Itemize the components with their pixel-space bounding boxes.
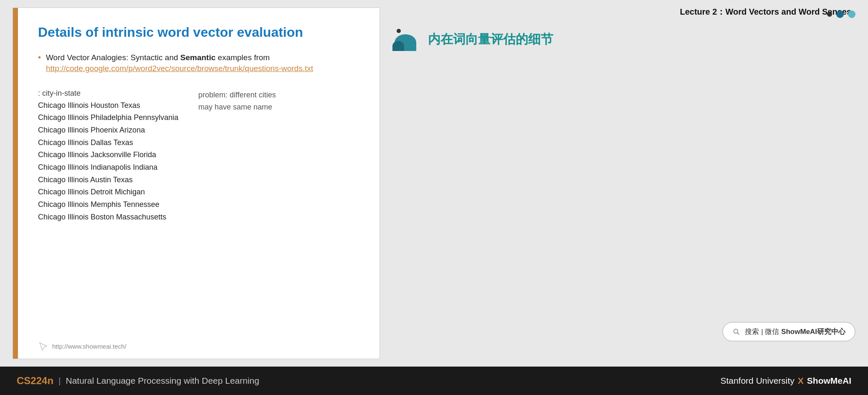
chinese-section: 内在词向量评估的细节 — [392, 28, 855, 51]
city-line-6: Chicago Illinois Indianapolis Indiana — [38, 161, 198, 174]
city-line-2: Chicago Illinois Philadelphia Pennsylvan… — [38, 112, 198, 124]
slide-footer: http://www.showmeai.tech/ — [38, 341, 127, 351]
svg-line-1 — [738, 333, 740, 335]
x-separator: X — [798, 376, 804, 386]
stanford-university: Stanford University — [720, 376, 794, 386]
lecture-title-text: Lecture 2：Word Vectors and Word Senses — [680, 7, 852, 16]
bullet-content: Word Vector Analogies: Syntactic and Sem… — [46, 52, 313, 73]
footer-url: http://www.showmeai.tech/ — [52, 343, 127, 350]
slide-left-border — [13, 8, 18, 359]
bullet-section: • Word Vector Analogies: Syntactic and S… — [38, 52, 359, 76]
slide-link[interactable]: http://code.google.com/p/word2vec/source… — [46, 64, 313, 73]
problem-line-1: problem: different cities — [198, 89, 359, 102]
illus-dot — [397, 29, 401, 33]
bottom-left: CS224n | Natural Language Processing wit… — [17, 375, 259, 387]
slide-title: Details of intrinsic word vector evaluat… — [38, 25, 359, 40]
cursor-icon — [38, 341, 48, 351]
bottom-right: Stanford University X ShowMeAI — [720, 376, 851, 386]
problem-line-2: may have same name — [198, 101, 359, 114]
bottom-bar: CS224n | Natural Language Processing wit… — [0, 367, 868, 395]
city-line-4: Chicago Illinois Dallas Texas — [38, 137, 198, 149]
svg-point-0 — [734, 329, 738, 333]
search-label: 搜索 | 微信 ShowMeAI研究中心 — [745, 327, 845, 336]
city-line-1: Chicago Illinois Houston Texas — [38, 99, 198, 112]
city-left: : city-in-state Chicago Illinois Houston… — [38, 89, 198, 224]
city-line-5: Chicago Illinois Jacksonville Florida — [38, 149, 198, 161]
search-box[interactable]: 搜索 | 微信 ShowMeAI研究中心 — [722, 322, 855, 341]
city-line-10: Chicago Illinois Boston Massachusetts — [38, 211, 198, 224]
chinese-title: 内在词向量评估的细节 — [428, 31, 553, 48]
city-line-3: Chicago Illinois Phoenix Arizona — [38, 124, 198, 137]
illustration — [392, 28, 422, 51]
illus-shape-sm — [392, 41, 404, 51]
dot-2 — [836, 10, 844, 18]
right-panel: Lecture 2：Word Vectors and Word Senses 内… — [380, 0, 868, 367]
content-area: Details of intrinsic word vector evaluat… — [0, 0, 868, 367]
slide-panel: Details of intrinsic word vector evaluat… — [13, 8, 380, 359]
pipe-divider: | — [58, 376, 61, 386]
search-brand: ShowMeAI研究中心 — [781, 328, 845, 336]
bullet-intro-text: Word Vector Analogies: Syntactic and Sem… — [46, 53, 270, 62]
bullet-dot: • — [38, 53, 41, 62]
dot-3 — [848, 10, 855, 18]
city-right: problem: different cities may have same … — [198, 89, 359, 224]
course-code: CS224n — [17, 375, 53, 387]
course-name: Natural Language Processing with Deep Le… — [66, 376, 259, 386]
showmeai-brand: ShowMeAI — [807, 376, 851, 386]
dots-container — [827, 10, 855, 18]
dot-1 — [827, 12, 832, 17]
city-header: : city-in-state — [38, 89, 198, 98]
search-icon — [732, 328, 741, 336]
city-line-9: Chicago Illinois Memphis Tennessee — [38, 199, 198, 211]
city-line-7: Chicago Illinois Austin Texas — [38, 174, 198, 186]
main-container: Details of intrinsic word vector evaluat… — [0, 0, 868, 395]
city-line-8: Chicago Illinois Detroit Michigan — [38, 186, 198, 199]
city-section: : city-in-state Chicago Illinois Houston… — [38, 89, 359, 224]
lecture-title-bar: Lecture 2：Word Vectors and Word Senses — [392, 6, 855, 18]
bullet-item: • Word Vector Analogies: Syntactic and S… — [38, 52, 359, 73]
